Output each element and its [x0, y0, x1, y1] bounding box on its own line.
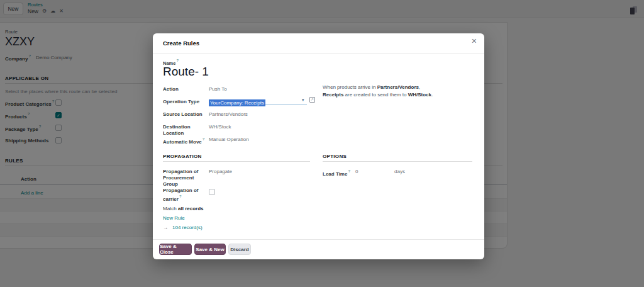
- operation-type-selected-text: YourCompany: Receipts: [209, 99, 265, 106]
- destination-location-value[interactable]: WH/Stock: [209, 124, 231, 130]
- source-location-label: Source Location: [163, 111, 208, 118]
- records-count-row: → 104 record(s): [163, 225, 203, 230]
- name-input[interactable]: Route- 1: [163, 65, 209, 79]
- propagation-group-label: Propagation of Procurement Group: [163, 169, 208, 188]
- propagation-group-select[interactable]: Propagate: [209, 169, 232, 174]
- options-divider: [323, 161, 472, 162]
- options-title: OPTIONS: [323, 154, 347, 159]
- dialog-title: Create Rules: [163, 40, 199, 47]
- lead-time-unit: days: [394, 169, 405, 174]
- discard-button[interactable]: Discard: [228, 244, 251, 255]
- app-window: New Routes New ⚙ ☁ ✕ Route XZXY Company?…: [0, 0, 644, 287]
- save-new-button[interactable]: Save & New: [194, 244, 226, 255]
- lead-time-label: Lead Time?: [323, 169, 355, 177]
- operation-type-input[interactable]: YourCompany: Receipts: [209, 96, 307, 105]
- lead-time-help-mark: ?: [348, 169, 350, 173]
- propagation-carrier-label: Propagation of carrier?: [163, 188, 208, 203]
- action-label: Action: [163, 86, 208, 93]
- destination-location-label: Destination Location: [163, 124, 208, 137]
- propagation-title: PROPAGATION: [163, 154, 202, 159]
- operation-type-label: Operation Type: [163, 99, 208, 105]
- carrier-help-mark: ?: [179, 194, 182, 198]
- dialog-footer-divider: [153, 239, 484, 240]
- automatic-move-select[interactable]: Manual Operation: [209, 137, 249, 142]
- lead-time-input[interactable]: 0: [355, 169, 358, 174]
- dialog-header-divider: [153, 53, 484, 54]
- create-rules-dialog: Create Rules × Name? Route- 1 Action Pus…: [153, 33, 484, 259]
- external-link-icon[interactable]: ↗: [309, 97, 315, 103]
- arrow-right-icon: →: [163, 225, 168, 230]
- automatic-move-help-mark: ?: [203, 137, 205, 141]
- name-help-mark: ?: [176, 59, 179, 62]
- chevron-down-icon[interactable]: ▾: [302, 98, 304, 103]
- propagation-carrier-checkbox[interactable]: ✓: [209, 189, 215, 195]
- source-location-value[interactable]: Partners/Vendors: [209, 111, 248, 117]
- propagation-divider: [163, 161, 310, 162]
- records-count-link[interactable]: 104 record(s): [172, 225, 203, 230]
- action-select[interactable]: Push To: [209, 86, 227, 92]
- rule-description-text: When products arrive in Partners/Vendors…: [323, 84, 479, 99]
- save-close-button[interactable]: Save & Close: [159, 244, 192, 255]
- automatic-move-label: Automatic Move?: [163, 137, 208, 145]
- new-rule-link[interactable]: New Rule: [163, 215, 185, 221]
- close-icon[interactable]: ×: [472, 37, 477, 45]
- match-records-text: Match all records: [163, 206, 203, 211]
